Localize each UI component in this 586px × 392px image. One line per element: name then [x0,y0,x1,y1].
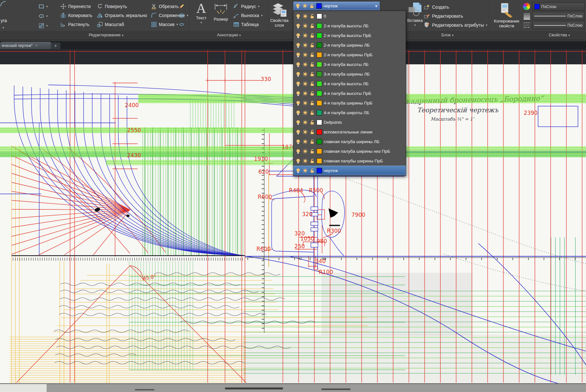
layer-color-swatch[interactable] [317,91,322,96]
layer-color-swatch[interactable] [317,158,322,164]
layer-lock-icon[interactable] [310,23,315,29]
layer-on-icon[interactable] [295,81,301,87]
layer-row[interactable]: 2-я палуба высоты ПрБ [293,31,406,40]
edit-block-button[interactable]: Редактировать [424,12,463,20]
layer-row[interactable]: 3-я палуба ширины ЛБ [293,69,406,79]
layer-name[interactable]: главная палуба ширины низ ПрБ [324,149,390,154]
layer-name[interactable]: 2-я палуба высоты ПрБ [324,33,371,38]
dimension-button[interactable]: Размер [212,3,230,22]
layer-lock-icon[interactable] [310,129,315,135]
layer-name[interactable]: 3-я палуба высоты ЛБ [324,62,369,67]
layer-thaw-icon[interactable] [302,129,308,135]
layer-lock-icon[interactable] [310,168,315,173]
layer-thaw-icon[interactable] [302,168,308,173]
rotate-button[interactable]: Повернуть [97,3,127,10]
layer-on-icon[interactable] [295,71,301,77]
layer-row[interactable]: 0 [293,11,406,21]
layer-row[interactable]: 4-я палубв широты ЛБ [293,108,406,117]
text-button[interactable]: A Текст ▾ [193,1,210,25]
layer-row[interactable]: 2-я палуба высоты ЛБ [293,21,406,31]
layer-name[interactable]: 4-я палубв широты ЛБ [324,110,369,115]
layer-name[interactable]: 4-я палуба высоты ПрБ [324,91,371,96]
layer-name[interactable]: 2-я палуба ширины ЛБ [324,43,370,48]
layer-on-icon[interactable] [295,14,301,19]
layer-thaw-icon[interactable] [302,52,308,58]
layer-row[interactable]: 4-я палуба высоты ПрБ [293,88,406,98]
layer-lock-icon[interactable] [310,81,315,87]
layer-name[interactable]: 0 [324,14,326,19]
layer-row[interactable]: 4-я палуба ширины ПрБ [293,98,406,108]
layer-thaw-icon[interactable] [302,158,308,164]
table-button[interactable]: Таблица [233,21,259,28]
layer-row[interactable]: Defpoints [293,117,406,127]
copy-button[interactable]: Копировать [60,12,92,19]
layer-row[interactable]: 3-я палуба высоты ЛБ [293,59,406,69]
scale-button[interactable]: Масштаб [97,21,124,28]
layer-row[interactable]: 2-я палуба ширины ПрБ [293,50,406,59]
rectangle-tool-button[interactable]: ▾ [39,3,48,10]
panel-annotations[interactable]: Аннотации▾ [217,32,241,37]
layer-color-swatch[interactable] [317,81,322,87]
lineweight-icon-button[interactable] [523,12,531,20]
layer-on-icon[interactable] [295,3,301,9]
layer-lock-icon[interactable] [310,158,315,164]
combobox-arrow-icon[interactable]: ▼ [374,4,378,8]
linetype-icon-button[interactable] [523,21,531,29]
layer-lock-icon[interactable] [310,139,315,144]
layer-lock-icon[interactable] [310,52,315,58]
tab-close-icon[interactable]: × [35,43,38,48]
erase-button[interactable] [179,3,185,10]
layer-name[interactable]: 4-я палуба ширины ПрБ [324,101,373,105]
edit-attributes-button[interactable]: Редактировать атрибуты▾ [424,21,487,29]
layer-thaw-icon[interactable] [302,33,308,38]
radius-button[interactable]: Радиус▾ [233,3,259,10]
arc-tool-button[interactable]: уга [1,17,7,24]
create-block-button[interactable]: Создать [424,3,449,11]
layer-color-swatch[interactable] [317,110,322,115]
array-button[interactable]: Массив▾ [151,21,178,28]
layer-row[interactable]: главная палубы ширины ПрБ [293,156,406,166]
layer-row[interactable]: 4-я палуба высоты ЛБ [293,79,406,88]
layer-on-icon[interactable] [295,149,301,154]
layer-thaw-icon[interactable] [302,42,308,48]
layer-on-icon[interactable] [295,120,301,125]
layer-on-icon[interactable] [295,139,301,144]
layer-lock-icon[interactable] [310,42,315,48]
layer-lock-icon[interactable] [309,3,315,9]
layer-lock-icon[interactable] [310,71,315,77]
layer-lock-icon[interactable] [310,33,315,38]
layer-color-swatch[interactable] [317,100,322,106]
ellipse-tool-button[interactable]: ▾ [39,12,48,20]
layer-color-swatch[interactable] [317,129,322,135]
stretch-button[interactable]: Растянуть [60,21,89,28]
layer-color-swatch[interactable] [317,62,322,67]
panel-block[interactable]: Блок▾ [441,32,454,37]
layer-on-icon[interactable] [295,168,301,173]
layer-name[interactable]: 2-я палуба высоты ЛБ [324,23,369,28]
layer-thaw-icon[interactable] [302,120,308,125]
layer-thaw-icon[interactable] [302,100,308,106]
layer-on-icon[interactable] [295,62,301,67]
layer-combobox[interactable]: чертеж ▼ [293,1,380,11]
layer-on-icon[interactable] [295,158,301,164]
layer-name[interactable]: главная палуба ширины ЛБ [324,139,380,144]
layer-thaw-icon[interactable] [302,71,308,77]
layer-on-icon[interactable] [295,100,301,106]
layer-on-icon[interactable] [295,33,301,38]
layer-lock-icon[interactable] [310,91,315,96]
arc-tool-arrow[interactable]: ▾ [3,24,4,32]
color-combobox[interactable]: ПоСлою [532,3,584,11]
trim-button[interactable]: Обрезать▾ [151,3,182,10]
layer-name[interactable]: 4-я палуба высоты ЛБ [324,81,369,86]
insert-block-button[interactable]: Вставка ▾ [407,1,423,28]
layer-thaw-icon[interactable] [302,81,308,87]
layer-name[interactable]: Defpoints [324,120,342,125]
layer-on-icon[interactable] [295,52,301,58]
layer-thaw-icon[interactable] [302,62,308,67]
hatch-tool-button[interactable]: ▾ [39,22,48,30]
linetype-combobox[interactable]: ПоСлою [532,21,584,29]
layer-row[interactable]: вспомогательные линии [293,127,406,137]
layer-thaw-icon[interactable] [302,23,308,29]
layer-lock-icon[interactable] [310,100,315,106]
layer-color-swatch[interactable] [317,168,322,173]
